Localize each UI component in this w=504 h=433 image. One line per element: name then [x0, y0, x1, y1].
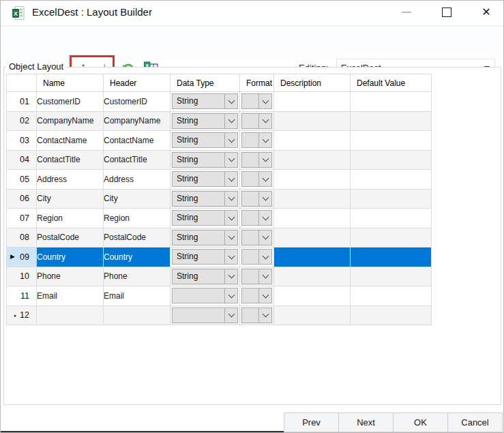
- column-header-default-value[interactable]: Default Value: [351, 74, 432, 92]
- data-type-dropdown[interactable]: String: [172, 230, 238, 245]
- format-cell[interactable]: [240, 286, 274, 306]
- description-cell[interactable]: [274, 131, 351, 151]
- data-type-cell[interactable]: String: [171, 150, 240, 170]
- format-dropdown[interactable]: [241, 171, 272, 187]
- default-value-cell[interactable]: [351, 228, 432, 248]
- format-cell[interactable]: [240, 131, 274, 151]
- format-dropdown-button[interactable]: [258, 288, 271, 303]
- format-dropdown[interactable]: [241, 210, 272, 226]
- row-header-cell[interactable]: 03: [7, 131, 37, 151]
- format-dropdown-button[interactable]: [258, 192, 271, 206]
- row-header-cell[interactable]: 04: [7, 150, 37, 170]
- header-cell[interactable]: CustomerID: [104, 92, 171, 112]
- data-type-dropdown[interactable]: String: [172, 191, 238, 207]
- description-cell[interactable]: [274, 286, 351, 306]
- data-type-dropdown-button[interactable]: [224, 250, 237, 264]
- data-type-cell[interactable]: String: [171, 92, 240, 112]
- header-cell[interactable]: Address: [104, 170, 171, 190]
- data-type-dropdown[interactable]: String: [172, 132, 238, 148]
- format-dropdown-button[interactable]: [258, 308, 271, 323]
- data-type-dropdown-button[interactable]: [224, 114, 237, 128]
- format-dropdown[interactable]: [241, 230, 272, 245]
- format-dropdown[interactable]: [241, 308, 272, 323]
- name-cell[interactable]: ContactTitle: [37, 150, 104, 170]
- prev-button[interactable]: Prev: [284, 413, 339, 432]
- header-cell[interactable]: ContactName: [104, 131, 171, 151]
- format-dropdown-button[interactable]: [258, 133, 271, 147]
- data-type-dropdown[interactable]: String: [172, 152, 238, 168]
- description-cell[interactable]: [274, 209, 351, 228]
- name-cell[interactable]: PostalCode: [37, 228, 104, 248]
- data-type-dropdown-button[interactable]: [224, 94, 237, 108]
- format-cell[interactable]: [240, 111, 274, 131]
- format-dropdown[interactable]: [241, 269, 272, 284]
- format-cell[interactable]: [240, 305, 274, 325]
- column-header-format[interactable]: Format: [240, 74, 274, 92]
- header-cell[interactable]: Region: [104, 209, 171, 228]
- format-dropdown[interactable]: [241, 191, 272, 207]
- data-type-dropdown-button[interactable]: [224, 133, 237, 147]
- data-type-dropdown[interactable]: [172, 288, 238, 303]
- default-value-cell[interactable]: [351, 286, 432, 306]
- format-dropdown-button[interactable]: [258, 269, 271, 284]
- header-cell[interactable]: [104, 305, 171, 325]
- data-type-dropdown[interactable]: [172, 308, 238, 323]
- data-type-cell[interactable]: String: [171, 228, 240, 248]
- format-cell[interactable]: [240, 267, 274, 286]
- format-dropdown-button[interactable]: [258, 211, 271, 225]
- name-cell[interactable]: Region: [37, 209, 104, 228]
- format-dropdown-button[interactable]: [258, 94, 271, 108]
- name-cell[interactable]: CompanyName: [37, 111, 104, 131]
- name-cell[interactable]: Country: [37, 248, 104, 267]
- description-cell[interactable]: [274, 305, 351, 325]
- ok-button[interactable]: OK: [393, 413, 448, 432]
- data-type-dropdown-button[interactable]: [224, 288, 237, 303]
- row-header-cell[interactable]: ●12: [7, 305, 37, 325]
- row-header-cell[interactable]: 02: [7, 111, 37, 131]
- default-value-cell[interactable]: [351, 111, 432, 131]
- name-cell[interactable]: Phone: [37, 267, 104, 286]
- data-type-cell[interactable]: String: [171, 111, 240, 131]
- format-dropdown-button[interactable]: [258, 114, 271, 128]
- format-dropdown[interactable]: [241, 113, 272, 129]
- row-header-cell[interactable]: 08: [7, 228, 37, 248]
- data-type-dropdown-button[interactable]: [224, 153, 237, 167]
- column-header-name[interactable]: Name: [37, 74, 104, 92]
- data-type-cell[interactable]: String: [171, 267, 240, 286]
- name-cell[interactable]: Email: [37, 286, 104, 306]
- row-header-cell[interactable]: ▶09: [7, 248, 37, 267]
- data-type-cell[interactable]: [171, 286, 240, 306]
- data-type-cell[interactable]: String: [171, 209, 240, 228]
- format-dropdown[interactable]: [241, 93, 272, 109]
- column-header-data-type[interactable]: Data Type: [171, 74, 240, 92]
- header-cell[interactable]: Phone: [104, 267, 171, 286]
- data-type-dropdown-button[interactable]: [224, 192, 237, 206]
- data-type-dropdown-button[interactable]: [224, 269, 237, 284]
- name-cell[interactable]: ContactName: [37, 131, 104, 151]
- format-dropdown-button[interactable]: [258, 153, 271, 167]
- data-type-dropdown-button[interactable]: [224, 211, 237, 225]
- default-value-cell[interactable]: [351, 189, 432, 209]
- data-type-cell[interactable]: String: [171, 189, 240, 209]
- data-type-cell[interactable]: [171, 305, 240, 325]
- description-cell[interactable]: [274, 248, 351, 267]
- description-cell[interactable]: [274, 92, 351, 112]
- format-cell[interactable]: [240, 170, 274, 190]
- column-header-header[interactable]: Header: [104, 74, 171, 92]
- format-dropdown[interactable]: [241, 132, 272, 148]
- data-type-dropdown-button[interactable]: [224, 230, 237, 245]
- header-cell[interactable]: Country: [104, 248, 171, 267]
- name-cell[interactable]: Address: [37, 170, 104, 190]
- format-dropdown-button[interactable]: [258, 250, 271, 264]
- description-cell[interactable]: [274, 150, 351, 170]
- name-cell[interactable]: [37, 305, 104, 325]
- data-type-dropdown[interactable]: String: [172, 210, 238, 226]
- row-header-cell[interactable]: 05: [7, 170, 37, 190]
- name-cell[interactable]: City: [37, 189, 104, 209]
- row-header-cell[interactable]: 07: [7, 209, 37, 228]
- cancel-button[interactable]: Cancel: [447, 413, 503, 432]
- data-type-cell[interactable]: String: [171, 131, 240, 151]
- column-header-description[interactable]: Description: [274, 74, 351, 92]
- row-header-cell[interactable]: 01: [7, 92, 37, 112]
- data-type-cell[interactable]: String: [171, 248, 240, 267]
